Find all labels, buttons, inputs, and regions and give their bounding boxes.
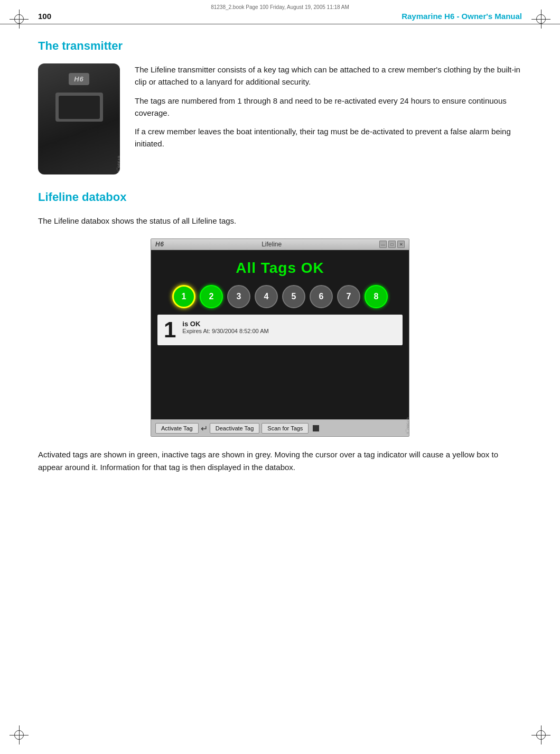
tag-info-expires: Expires At: 9/30/2004 8:52:00 AM — [164, 328, 396, 334]
tag-info-status: is OK — [164, 320, 396, 328]
all-tags-ok-text: All Tags OK — [236, 260, 324, 276]
activate-tag-button[interactable]: Activate Tag — [155, 423, 199, 434]
device-display — [55, 93, 103, 122]
lifeline-titlebar-logo: H6 — [155, 241, 164, 248]
main-content: The transmitter H6 07316_1 The Lifeline … — [0, 24, 560, 494]
deactivate-tag-button[interactable]: Deactivate Tag — [210, 423, 260, 434]
transmitter-para3: If a crew member leaves the boat intenti… — [135, 125, 522, 150]
transmitter-para2: The tags are numbered from 1 through 8 a… — [135, 95, 522, 119]
databox-description: Activated tags are shown in green, inact… — [38, 448, 522, 473]
device-image-caption: 07316_1 — [117, 156, 120, 172]
tag-6[interactable]: 6 — [310, 285, 333, 308]
databox-intro: The Lifeline databox shows the status of… — [38, 215, 522, 227]
device-image: H6 07316_1 — [38, 63, 120, 174]
databox-section: Lifeline databox The Lifeline databox sh… — [38, 190, 522, 473]
scan-for-tags-button[interactable]: Scan for Tags — [262, 423, 309, 434]
page-header: 100 Raymarine H6 - Owner's Manual — [0, 0, 560, 24]
transmitter-para1: The Lifeline transmitter consists of a k… — [135, 63, 522, 88]
transmitter-text: The Lifeline transmitter consists of a k… — [135, 63, 522, 157]
page-number: 100 — [38, 12, 51, 21]
cursor-icon: ↵ — [201, 424, 208, 434]
tag-info-panel: 1 is OK Expires At: 9/30/2004 8:52:00 AM — [157, 315, 403, 345]
crosshair-top-left — [10, 10, 29, 29]
tag-1[interactable]: 1 — [172, 285, 195, 308]
lifeline-ui-screenshot: H6 Lifeline — □ ✕ All Tags OK 1 2 3 — [151, 238, 409, 437]
tag-8[interactable]: 8 — [365, 285, 388, 308]
lifeline-toolbar: Activate Tag ↵ Deactivate Tag Scan for T… — [151, 419, 409, 436]
tag-2[interactable]: 2 — [200, 285, 223, 308]
minimize-button[interactable]: — — [379, 241, 387, 248]
ui-caption: 07560_1 — [406, 418, 409, 434]
close-button[interactable]: ✕ — [397, 241, 405, 248]
tags-row: 1 2 3 4 5 6 7 8 — [155, 281, 405, 312]
crosshair-bottom-left — [10, 725, 29, 744]
crosshair-top-right — [531, 10, 550, 29]
tag-7[interactable]: 7 — [337, 285, 360, 308]
tag-info-number: 1 — [164, 319, 176, 341]
transmitter-layout: H6 07316_1 The Lifeline transmitter cons… — [38, 63, 522, 174]
all-tags-ok-banner: All Tags OK — [155, 254, 405, 281]
print-mark: 81238_2.book Page 100 Friday, August 19,… — [211, 4, 349, 10]
crosshair-bottom-right — [531, 725, 550, 744]
maximize-button[interactable]: □ — [388, 241, 396, 248]
transmitter-heading: The transmitter — [38, 39, 522, 53]
transmitter-section: The transmitter H6 07316_1 The Lifeline … — [38, 39, 522, 174]
device-logo: H6 — [69, 73, 89, 85]
lifeline-titlebar-name: Lifeline — [262, 241, 282, 248]
manual-title: Raymarine H6 - Owner's Manual — [402, 12, 522, 21]
tag-5[interactable]: 5 — [282, 285, 305, 308]
lifeline-titlebar: H6 Lifeline — □ ✕ — [151, 239, 409, 250]
device-display-inner — [59, 96, 100, 119]
lifeline-empty-area — [155, 347, 405, 390]
tag-info-details: is OK Expires At: 9/30/2004 8:52:00 AM — [164, 319, 396, 334]
tag-4[interactable]: 4 — [255, 285, 278, 308]
tag-3[interactable]: 3 — [227, 285, 250, 308]
lifeline-titlebar-buttons: — □ ✕ — [379, 241, 405, 248]
lifeline-body: All Tags OK 1 2 3 4 5 6 7 8 1 i — [151, 250, 409, 419]
databox-heading: Lifeline databox — [38, 190, 522, 204]
toolbar-small-icon — [313, 425, 319, 431]
